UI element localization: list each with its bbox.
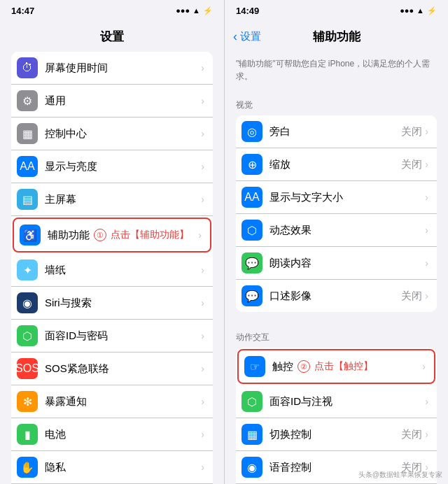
general-icon: ⚙ bbox=[17, 90, 38, 111]
settings-row-accessibility[interactable]: ♿辅助功能①点击【辅助功能】› bbox=[13, 218, 211, 252]
settings-row-battery[interactable]: ▮电池› bbox=[11, 418, 213, 451]
privacy-icon: ✋ bbox=[17, 457, 38, 478]
display-text-r-label: 显示与文字大小 bbox=[270, 191, 425, 204]
battery-icon: ▮ bbox=[17, 424, 38, 445]
motion-r-label: 动态效果 bbox=[270, 224, 425, 237]
right-scroll[interactable]: "辅助功能"可帮助您自定 iPhone，以满足您的个人需求。 视觉◎旁白关闭›⊕… bbox=[225, 52, 448, 484]
right-row-zoom[interactable]: ⊕缩放关闭› bbox=[236, 148, 437, 181]
section-group-1: ☞触控②点击【触控】›⬡面容ID与注视›▦切换控制关闭›◉语音控制关闭›↑侧边按… bbox=[236, 348, 437, 484]
home-screen-label: 主屏幕 bbox=[45, 193, 201, 206]
right-row-touch[interactable]: ☞触控②点击【触控】› bbox=[237, 349, 435, 384]
general-label: 通用 bbox=[45, 94, 201, 108]
back-button[interactable]: ‹ 设置 bbox=[233, 30, 261, 43]
sos-chevron-icon: › bbox=[201, 363, 204, 374]
status-bar-left: 14:47 ●●● ▲ ⚡ bbox=[0, 0, 224, 21]
settings-group-main: ⏱屏幕使用时间›⚙通用›▦控制中心›AA显示与亮度›▤主屏幕›♿辅助功能①点击【… bbox=[11, 52, 213, 484]
settings-row-general[interactable]: ⚙通用› bbox=[11, 85, 213, 118]
screen-time-chevron-icon: › bbox=[201, 62, 204, 73]
settings-row-control-center[interactable]: ▦控制中心› bbox=[11, 118, 213, 150]
right-row-display-text[interactable]: AA显示与文字大小› bbox=[236, 181, 437, 214]
display-label: 显示与亮度 bbox=[45, 160, 201, 173]
spoken-r-label: 朗读内容 bbox=[270, 257, 425, 270]
accessibility-icon: ♿ bbox=[20, 225, 41, 245]
voiceover-r-chevron-icon: › bbox=[425, 126, 428, 137]
left-scroll[interactable]: ⏱屏幕使用时间›⚙通用›▦控制中心›AA显示与亮度›▤主屏幕›♿辅助功能①点击【… bbox=[0, 52, 224, 484]
switch-control-r-label: 切换控制 bbox=[270, 428, 401, 441]
switch-control-r-chevron-icon: › bbox=[425, 429, 428, 440]
settings-row-siri[interactable]: ◉Siri与搜索› bbox=[11, 287, 213, 320]
nav-title-left: 设置 bbox=[100, 29, 124, 45]
settings-row-wallpaper[interactable]: ✦墙纸› bbox=[11, 254, 213, 287]
settings-row-sos[interactable]: SOSSOS紧急联络› bbox=[11, 353, 213, 385]
section-header-1: 动作交互 bbox=[225, 318, 448, 348]
display-icon: AA bbox=[17, 156, 38, 177]
status-bar-right: 14:49 ●●● ▲ ⚡ bbox=[225, 0, 448, 21]
settings-row-exposure[interactable]: ✻暴露通知› bbox=[11, 385, 213, 418]
right-row-dictation[interactable]: 💬口述影像关闭› bbox=[236, 280, 437, 312]
home-screen-icon: ▤ bbox=[17, 189, 38, 210]
right-row-motion[interactable]: ⬡动态效果› bbox=[236, 214, 437, 247]
right-phone: 14:49 ●●● ▲ ⚡ ‹ 设置 辅助功能 "辅助功能"可帮助您自定 iPh… bbox=[224, 0, 448, 484]
switch-control-r-icon: ▦ bbox=[241, 424, 262, 445]
accessibility-step-badge: ① bbox=[94, 229, 106, 241]
time-right: 14:49 bbox=[236, 6, 259, 16]
dictation-r-icon: 💬 bbox=[241, 285, 262, 306]
wifi-icon-r: ▲ bbox=[416, 6, 424, 15]
zoom-r-chevron-icon: › bbox=[425, 159, 428, 170]
faceid2-r-chevron-icon: › bbox=[425, 396, 428, 407]
accessibility-label: 辅助功能①点击【辅助功能】 bbox=[48, 229, 198, 242]
touch-r-step-text: 点击【触控】 bbox=[314, 360, 373, 373]
wallpaper-icon: ✦ bbox=[17, 259, 38, 280]
privacy-chevron-icon: › bbox=[201, 462, 204, 473]
privacy-label: 隐私 bbox=[45, 461, 201, 474]
signal-icon-r: ●●● bbox=[400, 6, 414, 15]
settings-row-screen-time[interactable]: ⏱屏幕使用时间› bbox=[11, 52, 213, 85]
zoom-r-icon: ⊕ bbox=[241, 154, 262, 175]
faceid-label: 面容ID与密码 bbox=[45, 329, 201, 343]
control-center-label: 控制中心 bbox=[45, 127, 201, 141]
zoom-r-value: 关闭 bbox=[401, 158, 422, 171]
time-left: 14:47 bbox=[11, 6, 34, 16]
dictation-r-chevron-icon: › bbox=[425, 290, 428, 301]
voiceover-r-icon: ◎ bbox=[241, 121, 262, 142]
battery-icon: ⚡ bbox=[203, 6, 213, 15]
section-group-0: ◎旁白关闭›⊕缩放关闭›AA显示与文字大小›⬡动态效果›💬朗读内容›💬口述影像关… bbox=[236, 115, 437, 312]
settings-row-privacy[interactable]: ✋隐私› bbox=[11, 451, 213, 484]
siri-icon: ◉ bbox=[17, 292, 38, 313]
wifi-icon: ▲ bbox=[192, 6, 200, 15]
display-text-r-chevron-icon: › bbox=[425, 192, 428, 203]
faceid2-r-icon: ⬡ bbox=[241, 391, 262, 412]
display-chevron-icon: › bbox=[201, 161, 204, 172]
switch-control-r-value: 关闭 bbox=[401, 428, 422, 441]
sos-label: SOS紧急联络 bbox=[45, 362, 201, 376]
right-row-switch-control[interactable]: ▦切换控制关闭› bbox=[236, 418, 437, 451]
voiceover-r-label: 旁白 bbox=[270, 125, 401, 138]
exposure-label: 暴露通知 bbox=[45, 395, 201, 408]
spoken-r-chevron-icon: › bbox=[425, 257, 428, 269]
siri-label: Siri与搜索 bbox=[45, 297, 201, 310]
general-chevron-icon: › bbox=[201, 95, 204, 106]
settings-row-display[interactable]: AA显示与亮度› bbox=[11, 150, 213, 183]
screen-time-label: 屏幕使用时间 bbox=[45, 62, 201, 75]
motion-r-chevron-icon: › bbox=[425, 225, 428, 236]
nav-title-right: 辅助功能 bbox=[313, 29, 360, 45]
accessibility-description: "辅助功能"可帮助您自定 iPhone，以满足您的个人需求。 bbox=[225, 52, 448, 85]
nav-bar-left: 设置 bbox=[0, 21, 224, 52]
right-row-spoken[interactable]: 💬朗读内容› bbox=[236, 247, 437, 280]
voice-control-r-icon: ◉ bbox=[241, 457, 262, 478]
spoken-r-icon: 💬 bbox=[241, 252, 262, 273]
settings-row-faceid[interactable]: ⬡面容ID与密码› bbox=[11, 320, 213, 353]
faceid-chevron-icon: › bbox=[201, 330, 204, 341]
accessibility-step-text: 点击【辅助功能】 bbox=[111, 229, 189, 241]
right-row-faceid2[interactable]: ⬡面容ID与注视› bbox=[236, 385, 437, 418]
screen-time-icon: ⏱ bbox=[17, 57, 38, 78]
faceid-icon: ⬡ bbox=[17, 325, 38, 346]
wallpaper-chevron-icon: › bbox=[201, 264, 204, 276]
battery-icon-r: ⚡ bbox=[427, 6, 437, 15]
settings-row-home-screen[interactable]: ▤主屏幕› bbox=[11, 183, 213, 216]
battery-label: 电池 bbox=[45, 428, 201, 441]
exposure-chevron-icon: › bbox=[201, 396, 204, 407]
dictation-r-value: 关闭 bbox=[401, 290, 422, 303]
nav-bar-right: ‹ 设置 辅助功能 bbox=[225, 21, 448, 52]
right-row-voiceover[interactable]: ◎旁白关闭› bbox=[236, 115, 437, 148]
